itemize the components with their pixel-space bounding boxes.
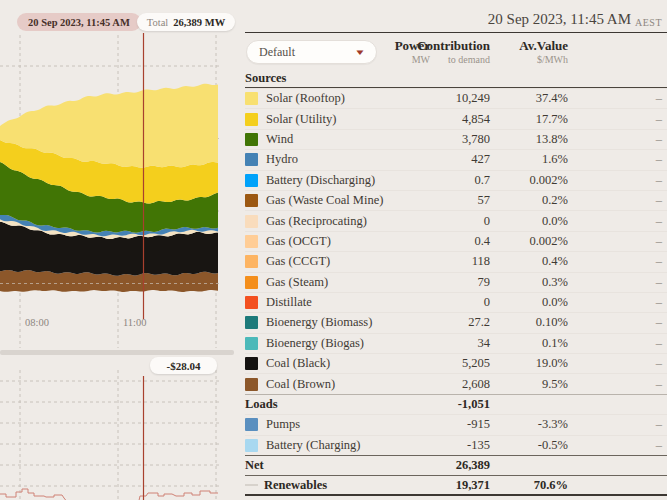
table-row[interactable]: Distillate00.0%– bbox=[245, 292, 667, 312]
row-label: Battery (Charging) bbox=[264, 438, 430, 453]
row-power: 2,608 bbox=[430, 377, 490, 392]
renewables-power: 19,371 bbox=[430, 478, 490, 493]
source-color-swatch bbox=[245, 296, 258, 309]
source-color-swatch bbox=[245, 316, 258, 329]
source-color-swatch bbox=[245, 153, 258, 166]
row-label: Bioenergy (Biogas) bbox=[264, 336, 430, 351]
header-datetime: 20 Sep 2023, 11:45 AM bbox=[488, 11, 631, 28]
row-power: 79 bbox=[430, 275, 490, 290]
row-label: Gas (Steam) bbox=[264, 275, 430, 290]
row-av-value: – bbox=[568, 132, 662, 147]
row-power: 0.4 bbox=[430, 234, 490, 249]
table-controls-row: Default ▼ Power MW Contribution to deman… bbox=[245, 33, 667, 70]
row-contribution: 13.8% bbox=[490, 132, 568, 147]
row-power: 4,854 bbox=[430, 112, 490, 127]
row-label: Wind bbox=[264, 132, 430, 147]
net-section-row: Net 26,389 bbox=[245, 455, 667, 475]
row-av-value: – bbox=[568, 336, 662, 351]
table-row[interactable]: Gas (Steam)790.3%– bbox=[245, 272, 667, 292]
table-row[interactable]: Coal (Brown)2,6089.5%– bbox=[245, 373, 667, 393]
loads-rows: Pumps-915-3.3%–Battery (Charging)-135-0.… bbox=[245, 414, 667, 455]
source-color-swatch bbox=[245, 174, 258, 187]
row-label: Coal (Brown) bbox=[264, 377, 430, 392]
row-power: 5,205 bbox=[430, 356, 490, 371]
row-av-value: – bbox=[568, 438, 662, 453]
renewables-contribution: 70.6% bbox=[490, 478, 568, 493]
row-contribution: -0.5% bbox=[490, 438, 568, 453]
generation-table-panel: 20 Sep 2023, 11:45 AM AEST Default ▼ Pow… bbox=[245, 0, 667, 500]
row-av-value: – bbox=[568, 295, 662, 310]
row-contribution: 0.0% bbox=[490, 295, 568, 310]
row-label: Coal (Black) bbox=[264, 356, 430, 371]
row-power: 27.2 bbox=[430, 315, 490, 330]
row-av-value: – bbox=[568, 152, 662, 167]
header-timezone: AEST bbox=[635, 17, 662, 28]
row-contribution: 17.7% bbox=[490, 112, 568, 127]
table-row[interactable]: Coal (Black)5,20519.0%– bbox=[245, 353, 667, 373]
row-label: Gas (CCGT) bbox=[264, 254, 430, 269]
row-contribution: 19.0% bbox=[490, 356, 568, 371]
table-row[interactable]: Bioenergy (Biogas)340.1%– bbox=[245, 333, 667, 353]
row-av-value: – bbox=[568, 193, 662, 208]
source-color-swatch bbox=[245, 276, 258, 289]
source-color-swatch bbox=[245, 439, 258, 452]
row-contribution: 0.002% bbox=[490, 173, 568, 188]
row-label: Hydro bbox=[264, 152, 430, 167]
table-row[interactable]: Battery (Discharging)0.70.002%– bbox=[245, 170, 667, 190]
row-contribution: 0.0% bbox=[490, 214, 568, 229]
table-row[interactable]: Wind3,78013.8%– bbox=[245, 129, 667, 149]
sources-section-header: Sources bbox=[245, 70, 667, 88]
source-color-swatch bbox=[245, 337, 258, 350]
row-label: Solar (Utility) bbox=[264, 112, 430, 127]
loads-section-header: Loads -1,051 bbox=[245, 394, 667, 414]
row-contribution: 0.4% bbox=[490, 254, 568, 269]
generation-stacked-area-chart[interactable] bbox=[0, 0, 240, 350]
price-tooltip: -$28.04 bbox=[150, 357, 217, 374]
row-power: 34 bbox=[430, 336, 490, 351]
row-contribution: 0.1% bbox=[490, 336, 568, 351]
row-label: Distillate bbox=[264, 295, 430, 310]
renewables-row[interactable]: Renewables 19,371 70.6% bbox=[245, 475, 667, 495]
row-av-value: – bbox=[568, 275, 662, 290]
source-color-swatch bbox=[245, 133, 258, 146]
table-row[interactable]: Solar (Utility)4,85417.7%– bbox=[245, 108, 667, 128]
source-color-swatch bbox=[245, 357, 258, 370]
table-row[interactable]: Gas (Waste Coal Mine)570.2%– bbox=[245, 190, 667, 210]
table-row[interactable]: Solar (Rooftop)10,24937.4%– bbox=[245, 88, 667, 108]
table-row[interactable]: Gas (Reciprocating)00.0%– bbox=[245, 210, 667, 230]
chart-divider-bar[interactable] bbox=[0, 350, 234, 355]
loads-total: -1,051 bbox=[430, 397, 490, 412]
net-label: Net bbox=[245, 458, 430, 473]
source-color-swatch bbox=[245, 418, 258, 431]
row-av-value: – bbox=[568, 234, 662, 249]
table-row[interactable]: Gas (CCGT)1180.4%– bbox=[245, 251, 667, 271]
row-av-value: – bbox=[568, 315, 662, 330]
renewables-line-swatch bbox=[245, 484, 258, 486]
table-row[interactable]: Battery (Charging)-135-0.5%– bbox=[245, 435, 667, 455]
table-row[interactable]: Hydro4271.6%– bbox=[245, 149, 667, 169]
source-color-swatch bbox=[245, 92, 258, 105]
row-contribution: 0.002% bbox=[490, 234, 568, 249]
price-line-chart[interactable] bbox=[0, 356, 240, 500]
row-label: Gas (Reciprocating) bbox=[264, 214, 430, 229]
row-power: -135 bbox=[430, 438, 490, 453]
row-contribution: 0.3% bbox=[490, 275, 568, 290]
column-header-av-value: Av.Value $/MWh bbox=[490, 33, 568, 70]
table-row[interactable]: Bioenergy (Biomass)27.20.10%– bbox=[245, 312, 667, 332]
row-av-value: – bbox=[568, 173, 662, 188]
table-row[interactable]: Gas (OCGT)0.40.002%– bbox=[245, 231, 667, 251]
row-contribution: 1.6% bbox=[490, 152, 568, 167]
chart-hover-tooltip: 20 Sep 2023, 11:45 AM Total 26,389 MW bbox=[17, 13, 235, 31]
header-bar: 20 Sep 2023, 11:45 AM AEST bbox=[245, 0, 667, 33]
renewables-label: Renewables bbox=[264, 478, 430, 493]
row-power: 10,249 bbox=[430, 91, 490, 106]
tooltip-total-label: Total bbox=[147, 17, 168, 28]
row-label: Gas (Waste Coal Mine) bbox=[264, 193, 430, 208]
row-av-value: – bbox=[568, 417, 662, 432]
source-color-swatch bbox=[245, 378, 258, 391]
table-row[interactable]: Pumps-915-3.3%– bbox=[245, 414, 667, 434]
net-total: 26,389 bbox=[430, 458, 490, 473]
row-av-value: – bbox=[568, 377, 662, 392]
price-line bbox=[0, 489, 218, 500]
row-av-value: – bbox=[568, 356, 662, 371]
